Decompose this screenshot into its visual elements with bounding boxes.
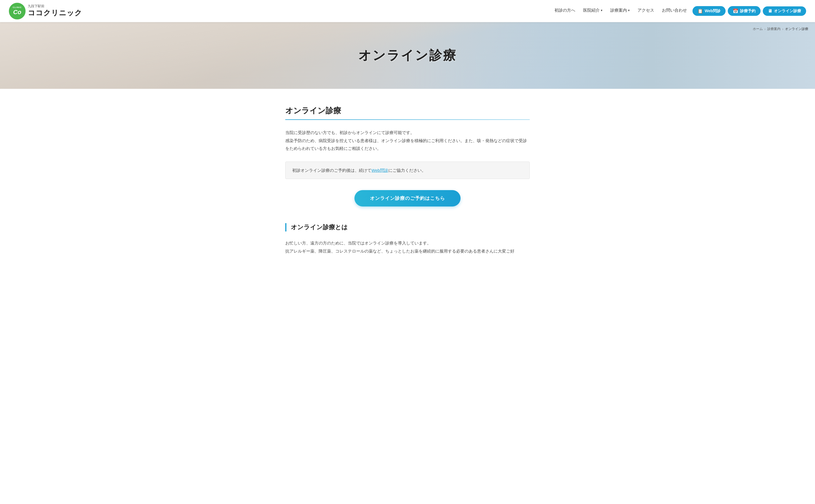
breadcrumb: ホーム › 診療案内 › オンライン診療 bbox=[753, 27, 808, 31]
breadcrumb-sep-1: › bbox=[764, 27, 766, 31]
logo-subtitle: 九段下駅前 bbox=[28, 4, 82, 9]
cta-container: オンライン診療のご予約はこちら bbox=[285, 190, 530, 206]
notice-prefix: 初診オンライン診療のご予約後は、続けて bbox=[292, 168, 371, 173]
header-buttons: 📋 Web問診 📅 診療予約 🖥 オンライン診療 bbox=[693, 6, 806, 16]
nav-access[interactable]: アクセス bbox=[638, 8, 654, 14]
what-is-online-section: オンライン診療とは お忙しい方、遠方の方のために、当院ではオンライン診療を導入し… bbox=[285, 223, 530, 255]
web-inquiry-icon: 📋 bbox=[698, 8, 703, 14]
section2-title: オンライン診療とは bbox=[291, 223, 530, 231]
cta-reservation-button[interactable]: オンライン診療のご予約はこちら bbox=[354, 190, 461, 206]
nav-about[interactable]: 医院紹介 bbox=[583, 8, 602, 14]
intro-line1: 当院に受診歴のない方でも、初診からオンラインにて診療可能です。 bbox=[285, 129, 530, 137]
reservation-icon: 📅 bbox=[733, 8, 738, 14]
section2-body: お忙しい方、遠方の方のために、当院ではオンライン診療を導入しています。 抗アレル… bbox=[285, 239, 530, 255]
section1-title: オンライン診療 bbox=[285, 105, 530, 116]
web-inquiry-button[interactable]: 📋 Web問診 bbox=[693, 6, 726, 16]
nav-first-visit[interactable]: 初診の方へ bbox=[554, 8, 575, 14]
online-diagnosis-section: オンライン診療 当院に受診歴のない方でも、初診からオンラインにて診療可能です。 … bbox=[285, 105, 530, 206]
logo-icon: CLINIC Co bbox=[9, 3, 26, 19]
site-header: CLINIC Co 九段下駅前 ココクリニック 初診の方へ 医院紹介 診療案内 … bbox=[0, 0, 815, 22]
logo-link[interactable]: CLINIC Co 九段下駅前 ココクリニック bbox=[9, 3, 82, 19]
logo-text: 九段下駅前 ココクリニック bbox=[28, 4, 82, 18]
hero-title: オンライン診療 bbox=[358, 47, 457, 64]
intro-line2: 感染予防のため、病院受診を控えている患者様は、オンライン診療を積極的にご利用くだ… bbox=[285, 137, 530, 153]
body-line1: お忙しい方、遠方の方のために、当院ではオンライン診療を導入しています。 bbox=[285, 239, 530, 247]
main-content: オンライン診療 当院に受診歴のない方でも、初診からオンラインにて診療可能です。 … bbox=[274, 89, 541, 277]
intro-text: 当院に受診歴のない方でも、初診からオンラインにて診療可能です。 感染予防のため、… bbox=[285, 129, 530, 153]
body-line2: 抗アレルギー薬、降圧薬、コレステロールの薬など、ちょっとしたお薬を継続的に服用す… bbox=[285, 247, 530, 255]
hero-banner: ホーム › 診療案内 › オンライン診療 オンライン診療 bbox=[0, 22, 815, 89]
notice-suffix: にご協力ください。 bbox=[388, 168, 426, 173]
notice-link[interactable]: Web問診 bbox=[371, 168, 388, 173]
notice-box: 初診オンライン診療のご予約後は、続けてWeb問診にご協力ください。 bbox=[285, 162, 530, 179]
nav-medical[interactable]: 診療案内 bbox=[610, 8, 630, 14]
sub-section-header: オンライン診療とは bbox=[285, 223, 530, 231]
breadcrumb-home[interactable]: ホーム bbox=[753, 27, 763, 31]
hero-content: オンライン診療 bbox=[358, 47, 457, 64]
main-nav: 初診の方へ 医院紹介 診療案内 アクセス お問い合わせ bbox=[554, 8, 687, 14]
online-diagnosis-button[interactable]: 🖥 オンライン診療 bbox=[763, 6, 806, 16]
breadcrumb-current: オンライン診療 bbox=[785, 27, 808, 31]
monitor-icon: 🖥 bbox=[768, 9, 772, 14]
nav-contact[interactable]: お問い合わせ bbox=[662, 8, 687, 14]
breadcrumb-sep-2: › bbox=[782, 27, 783, 31]
breadcrumb-medical[interactable]: 診療案内 bbox=[767, 27, 781, 31]
logo-name: ココクリニック bbox=[28, 8, 82, 18]
reservation-button[interactable]: 📅 診療予約 bbox=[728, 6, 761, 16]
section-divider bbox=[285, 119, 530, 120]
